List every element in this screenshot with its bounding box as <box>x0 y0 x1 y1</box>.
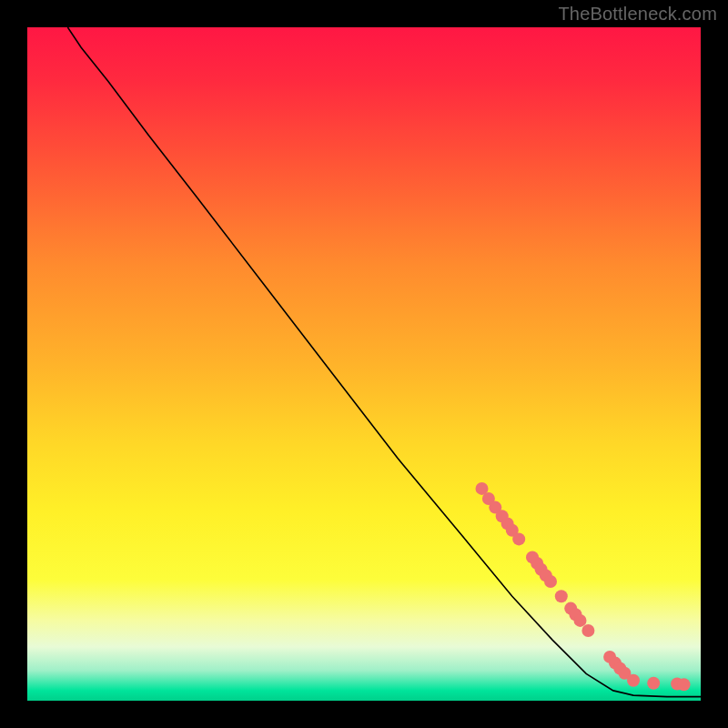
plot-area <box>27 27 701 701</box>
scatter-marker <box>512 532 525 545</box>
scatter-marker <box>647 677 660 690</box>
scatter-marker <box>574 614 587 627</box>
scatter-markers <box>27 27 701 701</box>
scatter-marker <box>627 674 640 687</box>
scatter-marker <box>544 575 557 588</box>
scatter-marker <box>581 624 594 637</box>
scatter-marker <box>678 678 691 691</box>
watermark-text: TheBottleneck.com <box>558 4 717 25</box>
scatter-marker <box>555 590 568 602</box>
